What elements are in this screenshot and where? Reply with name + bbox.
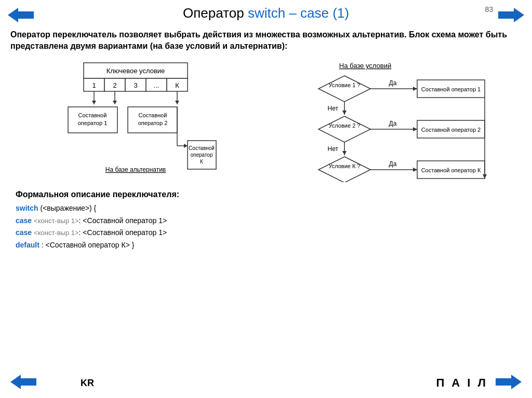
svg-text:Составной: Составной	[78, 112, 107, 118]
prev-button-bottom[interactable]	[8, 372, 39, 394]
svg-marker-65	[496, 375, 522, 389]
svg-text:Нет: Нет	[328, 105, 339, 112]
bottom-bar: KR П А І Л	[0, 368, 532, 398]
left-diagram-svg: Ключевое условие 1 2 3 ... К	[52, 60, 219, 174]
intro-text: Оператор переключатель позволяет выбрать…	[10, 29, 522, 52]
svg-text:Ключевое условие: Ключевое условие	[107, 67, 165, 75]
next-button[interactable]	[496, 5, 527, 25]
svg-text:К: К	[200, 159, 203, 164]
keyword-case-1: case	[16, 216, 32, 225]
page-number: 83	[485, 5, 493, 13]
svg-text:К: К	[175, 81, 179, 89]
pail-label: П А І Л	[436, 376, 488, 390]
svg-text:Составной оператор 2: Составной оператор 2	[421, 127, 481, 133]
left-diagram: Ключевое условие 1 2 3 ... К	[10, 60, 261, 182]
svg-text:Составной: Составной	[189, 145, 215, 151]
code-line-2: case <конст-выр 1>: <Составной оператор …	[16, 215, 516, 227]
svg-text:1: 1	[92, 81, 96, 89]
svg-text:Условие 2 ?: Условие 2 ?	[329, 122, 361, 129]
right-diagram: На базе условий Условие 1 ? Да Составной…	[271, 60, 522, 182]
keyword-case-2: case	[16, 228, 32, 237]
svg-text:...: ...	[154, 81, 159, 89]
svg-text:оператор 1: оператор 1	[78, 120, 108, 126]
svg-text:Да: Да	[389, 120, 397, 127]
main-content: Оператор переключатель позволяет выбрать…	[0, 26, 532, 254]
next-button-bottom[interactable]	[493, 372, 524, 394]
svg-marker-0	[8, 8, 34, 22]
svg-text:На базе альтернатив: На базе альтернатив	[105, 166, 166, 173]
svg-text:На базе условий: На базе условий	[339, 62, 391, 70]
svg-marker-48	[413, 127, 417, 131]
svg-text:Условие К ?: Условие К ?	[328, 163, 360, 169]
svg-text:Да: Да	[389, 79, 397, 87]
svg-text:Составной оператор 1: Составной оператор 1	[421, 86, 481, 92]
keyword-default: default	[16, 241, 39, 249]
bottom-left: KR	[8, 372, 94, 394]
svg-text:Нет: Нет	[328, 145, 339, 153]
kr-label: KR	[81, 378, 94, 389]
svg-marker-38	[413, 87, 417, 91]
svg-marker-55	[318, 157, 370, 182]
code-line-1: switch (<выражение>) {	[16, 202, 516, 215]
svg-marker-58	[413, 168, 417, 172]
svg-text:3: 3	[134, 81, 137, 89]
svg-text:оператор: оператор	[190, 152, 212, 158]
header: Оператор switch – case (1) 83	[0, 0, 532, 26]
right-diagram-svg: На базе условий Условие 1 ? Да Составной…	[298, 60, 495, 182]
svg-text:Да: Да	[389, 160, 397, 168]
svg-marker-64	[10, 375, 36, 389]
svg-text:Составной: Составной	[139, 112, 167, 118]
svg-text:Условие 1 ?: Условие 1 ?	[329, 82, 361, 88]
diagrams-row: Ключевое условие 1 2 3 ... К	[10, 60, 522, 182]
svg-marker-43	[342, 111, 347, 115]
code-line-3: case <конст-выр 1>: <Составной оператор …	[16, 227, 516, 239]
svg-marker-17	[113, 101, 117, 104]
svg-marker-19	[175, 101, 179, 104]
svg-marker-53	[342, 151, 347, 155]
svg-marker-15	[92, 101, 96, 104]
svg-marker-1	[498, 8, 524, 22]
keyword-switch: switch	[16, 204, 38, 212]
svg-marker-45	[318, 116, 370, 142]
svg-text:Составной оператор К: Составной оператор К	[421, 167, 481, 173]
svg-text:2: 2	[113, 81, 116, 89]
formal-title: Формальноя описание переключателя:	[16, 190, 516, 199]
bottom-right: П А І Л	[436, 372, 524, 394]
page-title: Оператор switch – case (1)	[183, 5, 349, 21]
svg-text:оператор 2: оператор 2	[138, 120, 168, 126]
svg-marker-35	[318, 76, 370, 102]
prev-button[interactable]	[5, 5, 36, 25]
code-line-4: default : <Составной оператор К> }	[16, 239, 516, 252]
svg-marker-32	[184, 144, 188, 148]
formal-description: Формальноя описание переключателя: switc…	[10, 190, 522, 252]
